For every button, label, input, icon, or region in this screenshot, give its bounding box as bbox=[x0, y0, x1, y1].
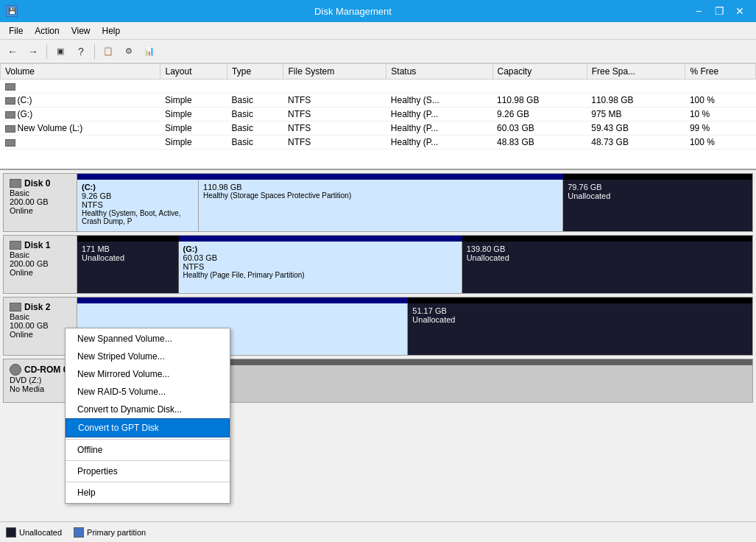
disk-0-bar bbox=[77, 174, 752, 180]
title-bar-left: 💾 bbox=[6, 5, 18, 17]
disk-2-icon bbox=[10, 303, 21, 312]
cell-volume: (C:) bbox=[1, 94, 160, 108]
cell-volume bbox=[1, 80, 160, 94]
cell-fs: NTFS bbox=[283, 122, 386, 136]
ctx-new-striped[interactable]: New Striped Volume... bbox=[66, 348, 230, 365]
col-fs: File System bbox=[283, 64, 386, 80]
part-c-size: 9.26 GB bbox=[82, 191, 194, 200]
window-title: Disk Management bbox=[18, 6, 688, 17]
disk-1-unalloc1-label: Unallocated bbox=[82, 253, 174, 262]
cell-status: Healthy (P... bbox=[386, 108, 492, 122]
disk-1-unalloc1-size: 171 MB bbox=[82, 244, 174, 253]
disk-0-name: Disk 0 bbox=[10, 178, 71, 189]
col-pct: % Free bbox=[685, 64, 756, 80]
cdrom-icon bbox=[10, 364, 21, 376]
cell-layout: Simple bbox=[160, 108, 227, 122]
cell-capacity: 9.26 GB bbox=[492, 108, 587, 122]
disk-0-label: Disk 0 Basic 200.00 GB Online bbox=[4, 174, 77, 231]
restore-button[interactable]: ❐ bbox=[709, 1, 729, 21]
minimize-button[interactable]: − bbox=[688, 1, 709, 21]
back-button[interactable]: ← bbox=[3, 42, 22, 61]
cell-fs bbox=[283, 80, 386, 94]
disk-1-type: Basic bbox=[10, 250, 71, 259]
close-button[interactable]: ✕ bbox=[729, 1, 750, 21]
ctx-offline[interactable]: Offline bbox=[66, 441, 230, 459]
cell-fs: NTFS bbox=[283, 108, 386, 122]
disk-1-size: 200.00 GB bbox=[10, 259, 71, 268]
disk-0-part-c[interactable]: (C:) 9.26 GB NTFS Healthy (System, Boot,… bbox=[77, 180, 199, 231]
disk-2-unalloc[interactable]: 51.17 GB Unallocated bbox=[408, 303, 752, 355]
menu-file[interactable]: File bbox=[3, 24, 29, 38]
cell-free: 59.43 GB bbox=[587, 122, 685, 136]
part-g-fs: NTFS bbox=[183, 262, 457, 271]
menu-action[interactable]: Action bbox=[29, 24, 65, 38]
col-volume: Volume bbox=[1, 64, 160, 80]
disk-0-bar-2 bbox=[199, 174, 563, 180]
refresh-button[interactable]: 📋 bbox=[99, 42, 118, 61]
table-row[interactable]: (G:) Simple Basic NTFS Healthy (P... 9.2… bbox=[1, 108, 756, 122]
toolbar: ← → ▣ ? 📋 ⚙ 📊 bbox=[0, 40, 756, 63]
cell-free: 48.73 GB bbox=[587, 136, 685, 149]
cell-fs: NTFS bbox=[283, 94, 386, 108]
disk-2-type: Basic bbox=[10, 312, 71, 321]
ctx-properties[interactable]: Properties bbox=[66, 462, 230, 480]
disk-1-unalloc-2[interactable]: 139.80 GB Unallocated bbox=[462, 242, 752, 293]
cell-volume: New Volume (L:) bbox=[1, 122, 160, 136]
ctx-new-spanned[interactable]: New Spanned Volume... bbox=[66, 330, 230, 348]
help-button[interactable]: ? bbox=[71, 42, 91, 61]
ctx-new-raid5[interactable]: New RAID-5 Volume... bbox=[66, 383, 230, 401]
ctx-convert-dynamic[interactable]: Convert to Dynamic Disk... bbox=[66, 401, 230, 418]
cell-free: 975 MB bbox=[587, 108, 685, 122]
disk-1-icon bbox=[10, 241, 21, 250]
cell-volume: (G:) bbox=[1, 108, 160, 122]
volume-table: Volume Layout Type File System Status Ca… bbox=[0, 63, 756, 149]
col-free: Free Spa... bbox=[587, 64, 685, 80]
cell-status bbox=[386, 80, 492, 94]
cell-layout: Simple bbox=[160, 136, 227, 149]
disk-0-unalloc-label: Unallocated bbox=[568, 191, 748, 200]
disk-1-label: Disk 1 Basic 200.00 GB Online bbox=[4, 236, 77, 293]
part-c-status: Healthy (System, Boot, Active, Crash Dum… bbox=[82, 209, 194, 225]
disk-1-bar bbox=[77, 236, 752, 242]
disk-1-bar-3 bbox=[462, 236, 752, 242]
cdrom-type: DVD (Z:) bbox=[10, 376, 71, 384]
disk-1-bar-1 bbox=[77, 236, 179, 242]
cell-capacity: 110.98 GB bbox=[492, 94, 587, 108]
ctx-help[interactable]: Help bbox=[66, 484, 230, 501]
col-type: Type bbox=[227, 64, 283, 80]
col-status: Status bbox=[386, 64, 492, 80]
forward-button[interactable]: → bbox=[24, 42, 43, 61]
disk-0-unallocated[interactable]: 79.76 GB Unallocated bbox=[563, 180, 752, 231]
disk-1-row: Disk 1 Basic 200.00 GB Online 171 MB Una… bbox=[3, 235, 753, 294]
cell-pct bbox=[685, 80, 756, 94]
table-row[interactable]: (C:) Simple Basic NTFS Healthy (S... 110… bbox=[1, 94, 756, 108]
part-g-label: (G:) bbox=[183, 244, 457, 253]
menu-help[interactable]: Help bbox=[96, 24, 127, 38]
disk-0-unalloc-size: 79.76 GB bbox=[568, 183, 748, 191]
cell-layout: Simple bbox=[160, 94, 227, 108]
disk-1-partitions: 171 MB Unallocated (G:) 60.03 GB NTFS He… bbox=[77, 236, 752, 293]
disk-0-part-ssp[interactable]: 110.98 GB Healthy (Storage Spaces Protec… bbox=[199, 180, 563, 231]
table-row[interactable] bbox=[1, 80, 756, 94]
disk-1-part-g[interactable]: (G:) 60.03 GB NTFS Healthy (Page File, P… bbox=[179, 242, 462, 293]
disk-0-icon bbox=[10, 179, 21, 188]
table-row[interactable]: Simple Basic NTFS Healthy (P... 48.83 GB… bbox=[1, 136, 756, 149]
title-bar: 💾 Disk Management − ❐ ✕ bbox=[0, 0, 756, 22]
cell-free: 110.98 GB bbox=[587, 94, 685, 108]
disk-1-unalloc-1[interactable]: 171 MB Unallocated bbox=[77, 242, 179, 293]
cell-pct: 99 % bbox=[685, 122, 756, 136]
ctx-new-mirrored[interactable]: New Mirrored Volume... bbox=[66, 365, 230, 383]
part-g-size: 60.03 GB bbox=[183, 253, 457, 262]
ctx-convert-gpt[interactable]: Convert to GPT Disk bbox=[66, 418, 230, 437]
disk-1-unalloc2-label: Unallocated bbox=[467, 253, 748, 262]
part-c-fs: NTFS bbox=[82, 200, 194, 209]
cell-type bbox=[227, 80, 283, 94]
menu-view[interactable]: View bbox=[66, 24, 96, 38]
legend-unallocated: Unallocated bbox=[6, 527, 62, 538]
extra-button[interactable]: 📊 bbox=[140, 42, 159, 61]
up-button[interactable]: ▣ bbox=[51, 42, 70, 61]
settings-button[interactable]: ⚙ bbox=[119, 42, 138, 61]
part-g-status: Healthy (Page File, Primary Partition) bbox=[183, 271, 457, 279]
table-row[interactable]: New Volume (L:) Simple Basic NTFS Health… bbox=[1, 122, 756, 136]
disk-0-partitions: (C:) 9.26 GB NTFS Healthy (System, Boot,… bbox=[77, 174, 752, 231]
